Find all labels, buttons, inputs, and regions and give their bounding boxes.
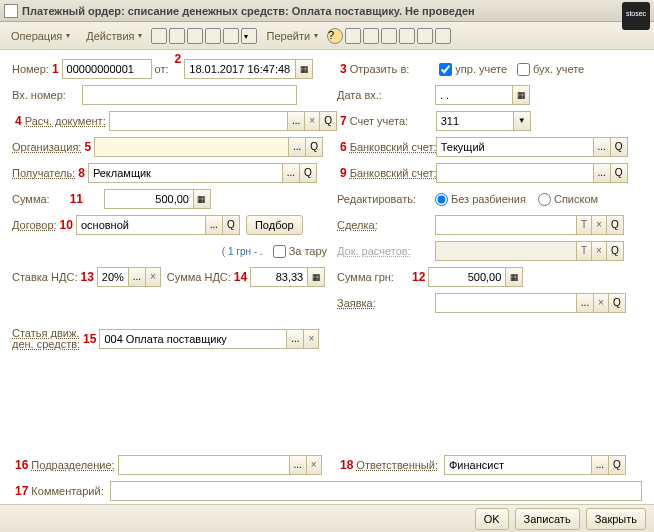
subdiv-label[interactable]: Подразделение: [31,459,114,471]
dots-button-9[interactable]: ... [286,329,304,349]
toolbar-icon-9[interactable] [399,28,415,44]
sum-input[interactable] [104,189,194,209]
dots-button-2[interactable]: ... [288,137,306,157]
sumgrn-input[interactable] [428,267,506,287]
close-button[interactable]: Закрыть [586,508,646,530]
goto-menu[interactable]: Перейти [259,26,325,46]
clear-button-3[interactable]: × [591,241,607,261]
deal-label[interactable]: Сделка: [337,219,435,231]
nosplit-radio[interactable] [435,193,448,206]
actions-menu[interactable]: Действия [79,26,149,46]
rasch-doc-label[interactable]: Расч. документ: [25,115,106,127]
list-radio[interactable] [538,193,551,206]
deal-input[interactable] [435,215,577,235]
account-input[interactable] [436,111,514,131]
contract-input[interactable] [76,215,206,235]
bank-acc2-label[interactable]: Банковский счет: [350,167,436,179]
lookup-button[interactable]: Q [319,111,337,131]
clear-button[interactable]: × [304,111,320,131]
comment-input[interactable] [110,481,642,501]
article-label[interactable]: Статья движ. ден. средств: [12,328,80,350]
toolbar-icon-10[interactable] [417,28,433,44]
marker-10: 10 [60,218,73,232]
lookup-button-5[interactable]: Q [610,163,628,183]
lookup-button-4[interactable]: Q [299,163,317,183]
in-date-input[interactable] [435,85,513,105]
respons-label[interactable]: Ответственный: [356,459,438,471]
dots-button-8[interactable]: ... [576,293,594,313]
toolbar-icon-dk[interactable] [345,28,361,44]
lookup-button-10[interactable]: Q [608,455,626,475]
date-input[interactable] [184,59,296,79]
marker-1: 1 [52,62,59,76]
subdiv-input[interactable] [118,455,290,475]
toolbar-icon-7[interactable] [363,28,379,44]
lookup-button-3[interactable]: Q [610,137,628,157]
clear-button-5[interactable]: × [593,293,609,313]
t-button[interactable]: T [576,215,592,235]
save-button[interactable]: Записать [515,508,580,530]
toolbar-icon-4[interactable] [205,28,221,44]
clear-button-2[interactable]: × [591,215,607,235]
lookup-button-2[interactable]: Q [305,137,323,157]
marker-13: 13 [80,270,93,284]
zayavka-label[interactable]: Заявка: [337,297,435,309]
article-input[interactable] [99,329,287,349]
org-input[interactable] [94,137,289,157]
lookup-button-8[interactable]: Q [606,241,624,261]
respons-input[interactable] [444,455,592,475]
toolbar-icon-8[interactable] [381,28,397,44]
toolbar-icon-5[interactable] [223,28,239,44]
lookup-button-9[interactable]: Q [608,293,626,313]
calc-icon[interactable]: ▦ [193,189,211,209]
bux-checkbox[interactable] [517,63,530,76]
toolbar-icon-6[interactable] [241,28,257,44]
calc-icon-2[interactable]: ▦ [307,267,325,287]
bank-acc-input[interactable] [436,137,594,157]
recipient-input[interactable] [88,163,283,183]
clear-button-4[interactable]: × [145,267,161,287]
vatrate-input[interactable] [97,267,129,287]
calc-icon-3[interactable]: ▦ [505,267,523,287]
lookup-button-6[interactable]: Q [222,215,240,235]
zataru-checkbox[interactable] [273,245,286,258]
zayavka-input[interactable] [435,293,577,313]
bank-acc-label[interactable]: Банковский счет: [350,141,436,153]
calendar-icon-2[interactable]: ▦ [512,85,530,105]
operation-menu[interactable]: Операция [4,26,77,46]
dots-button-11[interactable]: ... [591,455,609,475]
dots-button-10[interactable]: ... [289,455,307,475]
toolbar-icon-2[interactable] [169,28,185,44]
org-label[interactable]: Организация: [12,141,81,153]
dots-button-5[interactable]: ... [593,163,611,183]
t-button-2[interactable]: T [576,241,592,261]
dots-button[interactable]: ... [287,111,305,131]
clear-button-7[interactable]: × [306,455,322,475]
marker-7: 7 [340,114,347,128]
dropdown-button[interactable]: ▼ [513,111,531,131]
marker-8: 8 [78,166,85,180]
marker-12: 12 [412,270,425,284]
help-icon[interactable]: ? [327,28,343,44]
vatsum-input[interactable] [250,267,308,287]
marker-18: 18 [340,458,353,472]
calendar-icon[interactable]: ▦ [295,59,313,79]
upr-checkbox[interactable] [439,63,452,76]
rasch-doc-input[interactable] [109,111,288,131]
dots-button-3[interactable]: ... [593,137,611,157]
recipient-label[interactable]: Получатель: [12,167,75,179]
in-number-input[interactable] [82,85,297,105]
dots-button-6[interactable]: ... [205,215,223,235]
number-input[interactable] [62,59,152,79]
toolbar-icon-11[interactable] [435,28,451,44]
dots-button-7[interactable]: ... [128,267,146,287]
dots-button-4[interactable]: ... [282,163,300,183]
bank-acc2-input[interactable] [436,163,594,183]
select-button[interactable]: Подбор [246,215,303,235]
contract-label[interactable]: Договор: [12,219,57,231]
lookup-button-7[interactable]: Q [606,215,624,235]
toolbar-icon-1[interactable] [151,28,167,44]
toolbar-icon-3[interactable] [187,28,203,44]
ok-button[interactable]: OK [475,508,509,530]
clear-button-6[interactable]: × [303,329,319,349]
